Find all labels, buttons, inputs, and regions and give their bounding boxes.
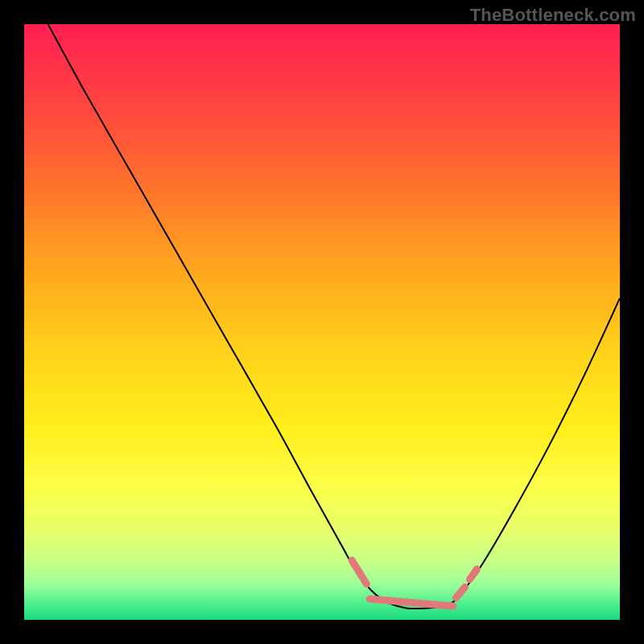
watermark-label: TheBottleneck.com <box>470 5 636 26</box>
main-curve-path <box>48 24 620 609</box>
notch-marker-segment <box>369 599 453 606</box>
notch-marker-group <box>352 560 477 606</box>
notch-marker-segment <box>352 560 367 584</box>
notch-marker-segment <box>456 587 465 597</box>
notch-marker-segment <box>470 569 477 580</box>
chart-frame: TheBottleneck.com <box>0 0 644 644</box>
curve-layer <box>24 24 620 620</box>
